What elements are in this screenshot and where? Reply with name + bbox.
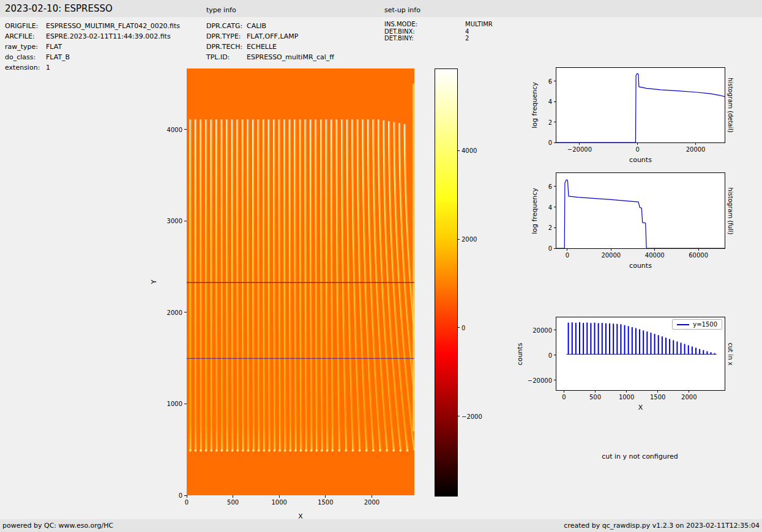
x-tick-label: 0 xyxy=(185,499,189,506)
info-row: TPL.ID:ESPRESSO_multiMR_cal_ff xyxy=(206,52,334,62)
cut-in-x-canvas xyxy=(556,317,725,390)
x-tick-label: 1000 xyxy=(271,499,286,506)
info-row: DPR.CATG:CALIB xyxy=(206,21,334,31)
main-image-canvas xyxy=(187,68,414,495)
info-label: INS.MODE: xyxy=(384,21,465,28)
info-row: DPR.TYPE:FLAT,OFF,LAMP xyxy=(206,31,334,42)
right-side-label: histogram (detail) xyxy=(727,78,734,133)
info-row: raw_type:FLAT xyxy=(5,42,180,52)
y-tick-mark xyxy=(184,495,187,496)
x-tick-mark xyxy=(579,142,580,145)
y-tick-label: 0 xyxy=(548,245,552,252)
y-axis-label: log frequency xyxy=(531,188,539,234)
footer-right-text: created by qc_rawdisp.py v1.2.3 on 2023-… xyxy=(564,522,760,530)
x-tick-mark xyxy=(611,248,611,251)
info-value: FLAT xyxy=(46,43,62,51)
x-tick-label: 1500 xyxy=(318,499,333,506)
info-value: ESPRESSO_multiMR_cal_ff xyxy=(247,53,334,61)
info-value: 1 xyxy=(46,64,50,72)
y-axis-label: log frequency xyxy=(531,82,539,128)
x-tick-mark xyxy=(325,495,326,498)
info-value: CALIB xyxy=(247,22,266,30)
y-tick-label: 4000 xyxy=(167,126,182,133)
cut-in-x-plot: 0500100015002000−20000020000Xcountscut i… xyxy=(556,317,725,391)
info-row: DET.BINY:2 xyxy=(384,35,493,42)
x-tick-mark xyxy=(689,390,689,393)
colorbar-tick-mark xyxy=(457,239,460,240)
x-axis-label: X xyxy=(638,404,643,412)
x-tick-mark xyxy=(698,248,699,251)
y-tick-mark xyxy=(554,355,556,355)
footer-left-text: powered by QC: www.eso.org/HC xyxy=(2,522,113,530)
figure-area: 400020000−2000 cut in y not configured 0… xyxy=(0,0,762,532)
file-info-block: ORIGFILE:ESPRESSO_MULTIMR_FLAT042_0020.f… xyxy=(5,21,180,73)
y-tick-mark xyxy=(554,207,556,207)
colorbar-tick-label: 0 xyxy=(461,324,465,331)
colorbar-tick-mark xyxy=(457,327,460,328)
legend-label: y=1500 xyxy=(693,321,717,328)
info-row: INS.MODE:MULTIMR xyxy=(384,21,493,28)
main-image-plot: 050010001500200001000200030004000XY xyxy=(187,68,414,495)
info-label: extension: xyxy=(5,62,46,73)
info-label: do_class: xyxy=(5,52,46,62)
info-label: ORIGFILE: xyxy=(5,21,46,31)
type-info-block: DPR.CATG:CALIB DPR.TYPE:FLAT,OFF,LAMP DP… xyxy=(206,21,334,62)
x-tick-mark xyxy=(567,248,567,251)
x-tick-label: 500 xyxy=(589,394,601,401)
y-tick-mark xyxy=(554,102,556,102)
colorbar-tick-label: −2000 xyxy=(461,413,482,419)
y-tick-label: 0 xyxy=(179,492,182,499)
x-tick-label: 500 xyxy=(227,499,239,506)
info-label: DPR.CATG: xyxy=(206,21,247,31)
y-tick-label: 2 xyxy=(548,224,552,231)
x-tick-mark xyxy=(564,390,564,393)
cut-in-y-note: cut in y not configured xyxy=(556,453,724,460)
x-tick-mark xyxy=(372,495,372,498)
y-tick-label: 6 xyxy=(548,78,552,84)
y-tick-mark xyxy=(554,248,556,249)
colorbar-tick-label: 4000 xyxy=(461,147,477,154)
info-row: DET.BINX:4 xyxy=(384,28,493,35)
info-row: ORIGFILE:ESPRESSO_MULTIMR_FLAT042_0020.f… xyxy=(5,21,180,31)
x-tick-label: 0 xyxy=(636,146,640,153)
x-tick-label: −20000 xyxy=(567,146,592,153)
y-tick-mark xyxy=(184,129,187,130)
colorbar-tick-mark xyxy=(457,150,460,151)
x-tick-mark xyxy=(654,248,655,251)
type-info-heading: type info xyxy=(206,6,236,14)
x-axis-label: counts xyxy=(629,262,652,270)
x-tick-label: 40000 xyxy=(645,252,665,259)
y-tick-mark xyxy=(554,122,556,122)
setup-info-block: INS.MODE:MULTIMR DET.BINX:4 DET.BINY:2 xyxy=(384,21,493,42)
y-tick-mark xyxy=(184,404,187,404)
y-tick-mark xyxy=(184,221,187,221)
x-tick-label: 60000 xyxy=(689,252,708,259)
x-tick-mark xyxy=(637,142,638,145)
info-label: DPR.TYPE: xyxy=(206,31,247,42)
hist-detail-plot: −200000200000246countslog frequencyhisto… xyxy=(556,67,725,143)
x-tick-mark xyxy=(626,390,627,393)
y-tick-mark xyxy=(554,81,556,81)
x-tick-label: 20000 xyxy=(601,252,621,259)
x-tick-mark xyxy=(233,495,233,498)
info-label: raw_type: xyxy=(5,42,46,52)
x-tick-label: 1500 xyxy=(650,394,665,401)
page-title: 2023-02-10: ESPRESSO xyxy=(5,3,113,14)
legend: y=1500 xyxy=(672,319,722,330)
info-row: ARCFILE:ESPRE.2023-02-11T11:44:39.002.fi… xyxy=(5,31,180,42)
y-tick-label: 2000 xyxy=(167,309,182,316)
info-value: ECHELLE xyxy=(247,43,277,51)
y-tick-mark xyxy=(554,186,556,187)
hist-detail-canvas xyxy=(556,68,725,142)
setup-info-heading: set-up info xyxy=(384,6,420,14)
right-side-label: histogram (full) xyxy=(727,187,734,234)
info-label: DPR.TECH: xyxy=(206,42,247,52)
info-label: DET.BINX: xyxy=(384,28,465,35)
x-axis-label: counts xyxy=(629,156,652,164)
colorbar-tick-mark xyxy=(457,416,460,416)
x-tick-mark xyxy=(187,495,187,498)
y-tick-label: 1000 xyxy=(167,401,182,407)
y-tick-mark xyxy=(184,312,187,312)
info-label: TPL.ID: xyxy=(206,52,247,62)
x-tick-label: 0 xyxy=(562,394,566,401)
